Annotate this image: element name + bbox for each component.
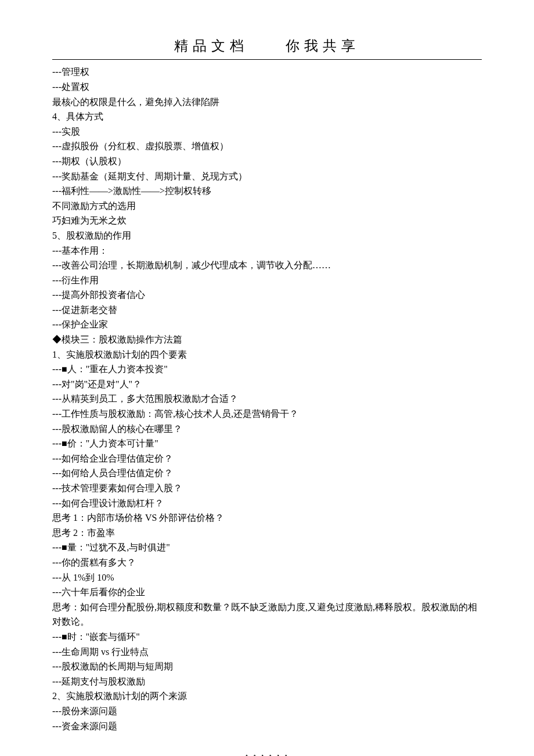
content-line: 2、实施股权激励计划的两个来源	[52, 689, 482, 704]
content-line: ---■价："人力资本可计量"	[52, 436, 482, 451]
content-line: ---生命周期 vs 行业特点	[52, 645, 482, 660]
content-line: ---实股	[52, 124, 482, 139]
content-line: ---■时："嵌套与循环"	[52, 629, 482, 645]
content-line: ---保护企业家	[52, 317, 482, 332]
content-line: ◆模块三：股权激励操作方法篇	[52, 332, 482, 347]
content-line: ---技术管理要素如何合理入股？	[52, 481, 482, 496]
content-line: ---期权（认股权）	[52, 154, 482, 169]
content-line: ---奖励基金（延期支付、周期计量、兑现方式）	[52, 169, 482, 184]
content-line: 不同激励方式的选用	[52, 199, 482, 214]
content-line: 1、实施股权激励计划的四个要素	[52, 347, 482, 362]
content-line: ---从精英到员工，多大范围股权激励才合适？	[52, 391, 482, 406]
content-line: ---管理权	[52, 64, 482, 80]
content-line: ---从 1%到 10%	[52, 570, 482, 585]
content-line: 巧妇难为无米之炊	[52, 213, 482, 228]
content-line: ---股份来源问题	[52, 704, 482, 719]
page-header-title: 精品文档 你我共享	[52, 35, 482, 57]
document-content: ---管理权---处置权最核心的权限是什么，避免掉入法律陷阱4、具体方式---实…	[52, 64, 482, 733]
content-line: 最核心的权限是什么，避免掉入法律陷阱	[52, 95, 482, 110]
content-line: ---延期支付与股权激励	[52, 674, 482, 689]
content-line: ---改善公司治理，长期激励机制，减少代理成本，调节收入分配……	[52, 258, 482, 273]
content-line: ---你的蛋糕有多大？	[52, 555, 482, 570]
content-line: ---福利性——>激励性——>控制权转移	[52, 183, 482, 199]
content-line: ---股权激励的长周期与短周期	[52, 659, 482, 674]
content-line: 5、股权激励的作用	[52, 228, 482, 243]
content-line: 思考：如何合理分配股份,期权额度和数量？既不缺乏激励力度,又避免过度激励,稀释股…	[52, 600, 482, 629]
content-line: ---工作性质与股权激励：高管,核心技术人员,还是营销骨干？	[52, 406, 482, 422]
content-line: ---基本作用：	[52, 243, 482, 258]
header-divider	[52, 59, 482, 60]
content-line: ---虚拟股份（分红权、虚拟股票、增值权）	[52, 139, 482, 154]
content-line: 思考 2：市盈率	[52, 525, 482, 541]
content-line: ---提高外部投资者信心	[52, 287, 482, 303]
content-line: ---如何给企业合理估值定价？	[52, 451, 482, 466]
content-line: ---六十年后看你的企业	[52, 585, 482, 600]
content-line: 思考 1：内部市场价格 VS 外部评估价格？	[52, 510, 482, 525]
content-line: ---资金来源问题	[52, 719, 482, 734]
page-footer: AAAAAA	[52, 751, 482, 756]
content-line: ---股权激励留人的核心在哪里？	[52, 422, 482, 437]
content-line: ---如何给人员合理估值定价？	[52, 466, 482, 481]
content-line: ---■量："过犹不及,与时俱进"	[52, 540, 482, 555]
content-line: ---■人："重在人力资本投资"	[52, 362, 482, 377]
content-line: ---如何合理设计激励杠杆？	[52, 496, 482, 511]
content-line: 4、具体方式	[52, 109, 482, 124]
content-line: ---促进新老交替	[52, 303, 482, 318]
content-line: ---衍生作用	[52, 273, 482, 288]
content-line: ---处置权	[52, 80, 482, 95]
content-line: ---对"岗"还是对"人"？	[52, 377, 482, 392]
